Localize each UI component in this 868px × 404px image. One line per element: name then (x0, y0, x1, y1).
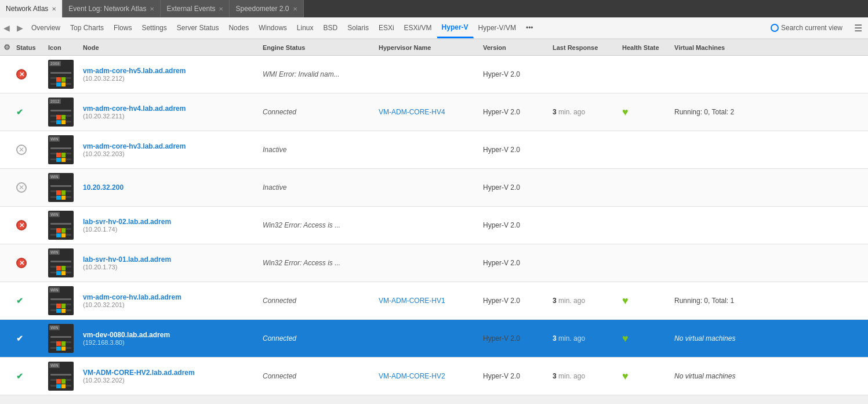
row-icon: WIN (46, 135, 81, 164)
hamburger-menu[interactable]: ☰ (848, 17, 868, 38)
tab-close-external-events[interactable]: ✕ (219, 6, 223, 12)
row-node: 10.20.32.200 (81, 183, 260, 192)
nav-item-server-status[interactable]: Server Status (172, 17, 224, 38)
row-health-state: ♥ (620, 106, 672, 118)
health-icon: ♥ (622, 370, 629, 383)
row-icon: WIN (46, 362, 81, 391)
windows-logo (56, 304, 66, 313)
tab-label: Speedometer 2.0 (235, 5, 289, 13)
forward-button[interactable]: ▶ (13, 17, 27, 38)
row-node: lab-svr-hv-02.lab.ad.adrem (10.20.1.74) (81, 218, 260, 233)
nav-item-linux[interactable]: Linux (292, 17, 319, 38)
col-lastresponse-header: Last Response (550, 44, 620, 51)
table-row[interactable]: ✔ WIN VM-ADM-CORE-HV2.lab.ad.adrem (10.2… (0, 358, 868, 395)
row-icon: 2008 (46, 60, 81, 89)
hypervisor-name-text: VM-ADM-CORE-HV2 (379, 372, 445, 380)
table-row[interactable]: ✔ WIN vm-adm-core-hv.lab.ad.adrem (10.20… (0, 282, 868, 320)
row-node: VM-ADM-CORE-HV2.lab.ad.adrem (10.20.32.2… (81, 369, 260, 384)
server-badge: 2012 (49, 99, 61, 104)
row-engine-status: Connected (260, 334, 376, 342)
status-ok-icon: ✔ (16, 107, 23, 117)
row-last-response: 3 min. ago (550, 372, 620, 380)
virtual-machines-text: Running: 0, Total: 2 (674, 108, 734, 116)
version-text: Hyper-V 2.0 (483, 146, 520, 154)
server-icon: WIN (48, 248, 74, 277)
row-engine-status: Connected (260, 297, 376, 305)
nav-item-bsd[interactable]: BSD (319, 17, 343, 38)
row-node: vm-adm-core-hv5.lab.ad.adrem (10.20.32.2… (81, 67, 260, 82)
settings-gear-icon[interactable]: ⚙ (3, 43, 10, 52)
nav-item-hyper-v-vm[interactable]: Hyper-V/VM (474, 17, 521, 38)
engine-status-text: Win32 Error: Access is ... (263, 259, 340, 267)
tab-speedometer[interactable]: Speedometer 2.0✕ (230, 0, 303, 17)
server-badge: WIN (49, 287, 60, 293)
row-last-response: 3 min. ago (550, 334, 620, 342)
nav-item-flows[interactable]: Flows (109, 17, 137, 38)
version-text: Hyper-V 2.0 (483, 70, 520, 78)
health-icon: ♥ (622, 295, 629, 307)
engine-status-text: Win32 Error: Access is ... (263, 221, 340, 229)
row-engine-status: Inactive (260, 183, 376, 192)
server-icon: WIN (48, 135, 74, 164)
tab-event-log[interactable]: Event Log: Network Atlas✕ (63, 0, 161, 17)
node-name: lab-svr-hv-02.lab.ad.adrem (83, 218, 258, 226)
hypervisor-name-text: VM-ADM-CORE-HV4 (379, 108, 445, 116)
tab-close-event-log[interactable]: ✕ (150, 6, 154, 12)
last-response-value: 3 (553, 334, 557, 342)
back-button[interactable]: ◀ (0, 17, 13, 38)
row-last-response: 3 min. ago (550, 297, 620, 305)
server-icon: WIN (48, 211, 74, 240)
row-status: ✕ (14, 258, 46, 268)
nav-item-esxi[interactable]: ESXi (374, 17, 400, 38)
nav-item-solaris[interactable]: Solaris (343, 17, 374, 38)
status-ok-icon: ✔ (16, 296, 23, 305)
node-name: vm-adm-core-hv3.lab.ad.adrem (83, 142, 258, 150)
table-row[interactable]: ✕ WIN 10.20.32.200 Inactive (0, 169, 868, 207)
nav-item-more[interactable]: ••• (521, 17, 539, 38)
tab-label: Network Atlas (6, 5, 48, 13)
engine-status-text: Inactive (263, 146, 286, 154)
row-virtual-machines: Running: 0, Total: 2 (672, 108, 788, 116)
row-node: vm-adm-core-hv.lab.ad.adrem (10.20.32.20… (81, 293, 260, 308)
row-status: ✕ (14, 182, 46, 193)
node-name: vm-dev-0080.lab.ad.adrem (83, 331, 258, 339)
row-last-response: 3 min. ago (550, 108, 620, 116)
title-bar: Network Atlas✕Event Log: Network Atlas✕E… (0, 0, 868, 17)
search-area[interactable]: Search current view (765, 17, 848, 38)
status-ok-icon: ✔ (16, 334, 23, 343)
nav-item-settings[interactable]: Settings (137, 17, 172, 38)
server-stripe (50, 110, 71, 111)
row-version: Hyper-V 2.0 (481, 297, 550, 305)
table-row[interactable]: ✕ WIN vm-adm-core-hv3.lab.ad.adrem (10.2… (0, 131, 868, 169)
col-health-header: Health State (620, 44, 672, 51)
nav-item-top-charts[interactable]: Top Charts (66, 17, 109, 38)
health-icon: ♥ (622, 106, 629, 118)
version-text: Hyper-V 2.0 (483, 108, 520, 116)
version-text: Hyper-V 2.0 (483, 259, 520, 267)
row-engine-status: Inactive (260, 146, 376, 154)
row-version: Hyper-V 2.0 (481, 334, 550, 342)
row-node: lab-svr-hv-01.lab.ad.adrem (10.20.1.73) (81, 255, 260, 270)
tab-network-atlas[interactable]: Network Atlas✕ (0, 0, 63, 17)
tab-external-events[interactable]: External Events✕ (161, 0, 230, 17)
table-row[interactable]: ✕ WIN lab-svr-hv-01.lab.ad.adrem (10.20.… (0, 244, 868, 282)
table-row[interactable]: ✔ WIN vm-dev-0080.lab.ad.adrem (192.168.… (0, 320, 868, 358)
engine-status-text: Connected (263, 108, 296, 116)
nav-item-overview[interactable]: Overview (27, 17, 66, 38)
table-body: ✕ 2008 vm-adm-core-hv5.lab.ad.adrem (10.… (0, 56, 868, 404)
nav-item-hyper-v[interactable]: Hyper-V (437, 17, 474, 38)
row-icon: WIN (46, 173, 81, 202)
table-row[interactable]: ✕ WIN lab-svr-hv-02.lab.ad.adrem (10.20.… (0, 207, 868, 244)
tab-close-network-atlas[interactable]: ✕ (52, 6, 56, 12)
version-text: Hyper-V 2.0 (483, 221, 520, 229)
table-row[interactable]: ✕ 2008 vm-adm-core-hv5.lab.ad.adrem (10.… (0, 56, 868, 93)
row-version: Hyper-V 2.0 (481, 221, 550, 229)
nav-item-windows[interactable]: Windows (254, 17, 292, 38)
tab-close-speedometer[interactable]: ✕ (293, 6, 297, 12)
col-engine-header: Engine Status (260, 44, 376, 51)
row-hypervisor-name: VM-ADM-CORE-HV2 (376, 372, 481, 380)
nav-item-nodes[interactable]: Nodes (224, 17, 254, 38)
table-row[interactable]: ✔ 2012 vm-adm-core-hv4.lab.ad.adrem (10.… (0, 93, 868, 131)
last-response-unit: min. ago (558, 372, 585, 380)
nav-item-esxi-vm[interactable]: ESXi/VM (400, 17, 437, 38)
